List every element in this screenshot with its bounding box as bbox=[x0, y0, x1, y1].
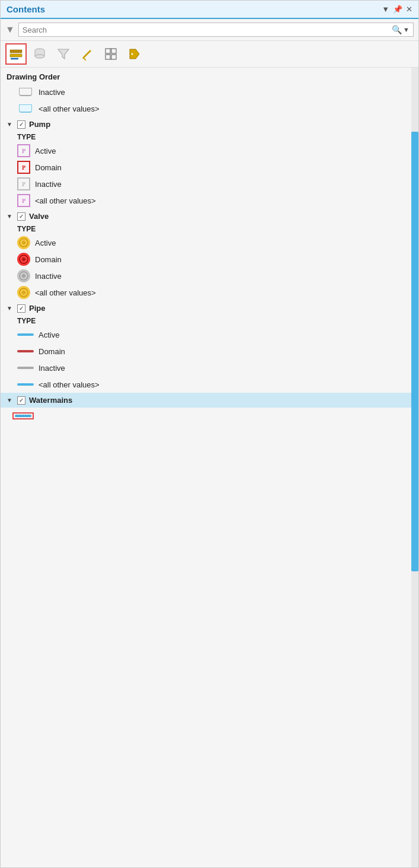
watermains-layer-name: Watermains bbox=[29, 396, 72, 405]
pipe-layer-name: Pipe bbox=[29, 304, 45, 313]
title-bar-right: ▼ 📌 ✕ bbox=[382, 5, 412, 14]
valve-other-label: <all other values> bbox=[35, 288, 96, 297]
list-item: <all other values> bbox=[1, 376, 411, 393]
valve-layer-row[interactable]: ▼ ✓ Valve bbox=[1, 209, 411, 224]
valve-other-icon bbox=[17, 286, 30, 299]
pump-checkbox[interactable]: ✓ bbox=[17, 120, 25, 129]
pipe-domain-label: Domain bbox=[39, 347, 65, 356]
list-item: <all other values> bbox=[1, 284, 411, 301]
content-scroll-wrapper: Drawing Order Inactive <all other values… bbox=[1, 68, 418, 867]
pipe-active-label: Active bbox=[39, 330, 59, 339]
filter-button[interactable] bbox=[53, 43, 74, 65]
pump-domain-icon: P bbox=[17, 161, 30, 174]
title-bar-left: Contents bbox=[7, 4, 45, 14]
filter-icon bbox=[56, 47, 71, 61]
label-button[interactable] bbox=[124, 43, 145, 65]
contents-panel: Contents ▼ 📌 ✕ ▼ 🔍 ▼ bbox=[0, 0, 419, 868]
pipe-other-icon bbox=[17, 383, 34, 386]
valve-inactive-label: Inactive bbox=[35, 272, 62, 281]
valve-domain-label: Domain bbox=[35, 255, 62, 264]
pump-inactive-label: Inactive bbox=[35, 180, 62, 189]
data-source-button[interactable] bbox=[29, 43, 50, 65]
svg-rect-15 bbox=[111, 55, 116, 59]
list-item: Inactive bbox=[1, 360, 411, 376]
search-button[interactable]: 🔍 bbox=[391, 25, 403, 34]
svg-rect-14 bbox=[105, 55, 110, 59]
pump-domain-label: Domain bbox=[35, 163, 62, 172]
svg-rect-2 bbox=[10, 54, 22, 57]
close-icon[interactable]: ✕ bbox=[406, 5, 412, 14]
pump-layer-name: Pump bbox=[29, 120, 50, 129]
scrollbar-thumb[interactable] bbox=[411, 132, 418, 571]
valve-active-label: Active bbox=[35, 239, 56, 247]
inactive-tub-icon bbox=[17, 87, 34, 97]
valve-inactive-icon bbox=[17, 269, 30, 282]
search-input-wrapper: 🔍 ▼ bbox=[18, 23, 414, 37]
list-item: P Inactive bbox=[1, 176, 411, 192]
pipe-layer-row[interactable]: ▼ ✓ Pipe bbox=[1, 301, 411, 316]
watermains-legend-item bbox=[1, 408, 411, 424]
pump-other-icon: P bbox=[17, 194, 30, 207]
valve-type-label: TYPE bbox=[1, 224, 411, 234]
svg-rect-13 bbox=[111, 49, 116, 53]
watermains-checkbox[interactable]: ✓ bbox=[17, 396, 25, 405]
list-item: P <all other values> bbox=[1, 192, 411, 209]
pump-expand-icon[interactable]: ▼ bbox=[7, 121, 14, 128]
pipe-type-label: TYPE bbox=[1, 316, 411, 326]
drawing-order-icon bbox=[9, 47, 23, 61]
content-list: Drawing Order Inactive <all other values… bbox=[1, 68, 411, 867]
pump-layer-row[interactable]: ▼ ✓ Pump bbox=[1, 117, 411, 132]
inactive-label: Inactive bbox=[39, 88, 65, 97]
search-dropdown-button[interactable]: ▼ bbox=[403, 26, 410, 33]
grid-button[interactable] bbox=[100, 43, 121, 65]
filter-icon[interactable]: ▼ bbox=[5, 24, 15, 35]
pin-icon[interactable]: 📌 bbox=[393, 5, 402, 14]
edit-button[interactable] bbox=[76, 43, 98, 65]
list-item: Active bbox=[1, 234, 411, 251]
valve-active-icon bbox=[17, 236, 30, 249]
svg-point-18 bbox=[132, 53, 133, 55]
list-item: P Domain bbox=[1, 159, 411, 176]
watermains-expand-icon[interactable]: ▼ bbox=[7, 397, 14, 403]
pump-inactive-icon: P bbox=[17, 177, 30, 190]
list-item: Domain bbox=[1, 343, 411, 360]
pipe-checkbox[interactable]: ✓ bbox=[17, 304, 25, 313]
allother-tub-label: <all other values> bbox=[39, 104, 100, 113]
edit-icon bbox=[80, 47, 94, 61]
toolbar bbox=[1, 41, 418, 68]
list-item: Inactive bbox=[1, 84, 411, 100]
drawing-order-button[interactable] bbox=[5, 43, 27, 65]
svg-rect-0 bbox=[10, 50, 22, 53]
pipe-inactive-label: Inactive bbox=[39, 364, 65, 373]
label-icon bbox=[127, 47, 142, 61]
pipe-expand-icon[interactable]: ▼ bbox=[7, 305, 14, 311]
watermains-red-outline bbox=[12, 412, 34, 419]
pump-other-label: <all other values> bbox=[35, 196, 96, 205]
pipe-domain-icon bbox=[17, 350, 34, 352]
list-item: Domain bbox=[1, 251, 411, 268]
watermains-line-icon bbox=[15, 415, 31, 417]
scrollbar-track[interactable] bbox=[411, 68, 418, 867]
valve-expand-icon[interactable]: ▼ bbox=[7, 213, 14, 220]
search-bar: ▼ 🔍 ▼ bbox=[1, 19, 418, 41]
pipe-active-icon bbox=[17, 333, 34, 336]
valve-domain-icon bbox=[17, 253, 30, 266]
list-item: Active bbox=[1, 326, 411, 343]
svg-rect-12 bbox=[105, 49, 110, 53]
valve-layer-name: Valve bbox=[29, 212, 49, 221]
grid-icon bbox=[104, 47, 118, 61]
pump-active-icon: P bbox=[17, 144, 30, 157]
svg-marker-10 bbox=[58, 49, 69, 59]
valve-checkbox[interactable]: ✓ bbox=[17, 212, 25, 221]
search-input[interactable] bbox=[23, 26, 391, 34]
pump-type-label: TYPE bbox=[1, 132, 411, 142]
list-item: Inactive bbox=[1, 268, 411, 284]
watermains-layer-row[interactable]: ▼ ✓ Watermains bbox=[1, 393, 411, 408]
dropdown-icon[interactable]: ▼ bbox=[382, 5, 389, 14]
list-item: <all other values> bbox=[1, 100, 411, 117]
data-source-icon bbox=[33, 47, 47, 61]
svg-point-9 bbox=[35, 55, 44, 58]
pipe-inactive-icon bbox=[17, 367, 34, 369]
tub-shape-inactive bbox=[19, 88, 32, 96]
tub-shape-blue bbox=[19, 104, 32, 113]
